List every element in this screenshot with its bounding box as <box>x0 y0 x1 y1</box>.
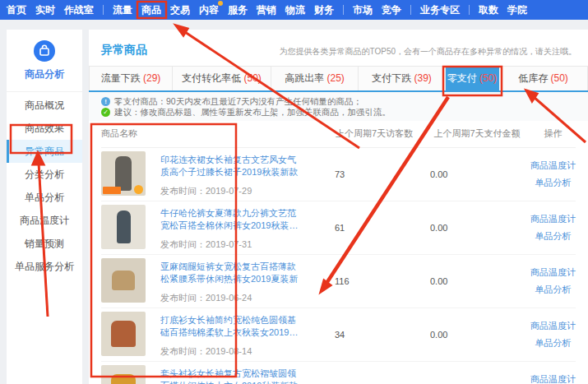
visitors-value: 116 <box>325 276 424 286</box>
action-link-商品温度计[interactable]: 商品温度计 <box>530 373 576 384</box>
product-title-link[interactable]: 套头衬衫女长袖复古宽松褶皱圆领百搭休闲体恤上衣女2019秋装新款 <box>160 368 302 384</box>
pay-amount-value: 0.00 <box>424 276 530 286</box>
action-link-单品分析[interactable]: 单品分析 <box>535 230 572 243</box>
tip-line: ✓建议：修改商品标题、属性等重新发布上架，加强关联商品，加强引流。 <box>101 107 576 118</box>
action-link-单品分析[interactable]: 单品分析 <box>535 337 572 349</box>
top-nav: 首页实时作战室流量商品交易内容服务营销物流财务市场竞争业务专区取数学院 <box>0 0 588 20</box>
nav-item-取数[interactable]: 取数 <box>479 0 498 20</box>
table-header-row: 商品名称 上个周期7天访客数 上个周期7天支付金额 操作 <box>101 121 576 148</box>
sidebar-item-分类分析[interactable]: 分类分析 <box>7 163 82 186</box>
sidebar-item-单品分析[interactable]: 单品分析 <box>7 186 82 209</box>
garment-shape <box>111 374 136 384</box>
product-cell: 套头衬衫女长袖复古宽松褶皱圆领百搭休闲体恤上衣女2019秋装新款发布时间：201… <box>101 365 325 384</box>
actions-cell: 商品温度计单品分析 <box>530 160 576 189</box>
action-link-商品温度计[interactable]: 商品温度计 <box>530 320 576 332</box>
main-panel: 异常商品 为您提供各类异常商品的TOP50，会有一个商品存在多种异常的情况，请关… <box>89 30 588 384</box>
nav-item-业务专区[interactable]: 业务专区 <box>420 0 460 20</box>
sidebar-item-商品概况[interactable]: 商品概况 <box>7 94 82 117</box>
nav-item-服务[interactable]: 服务 <box>228 0 248 20</box>
col-header-product-name: 商品名称 <box>101 127 325 140</box>
table-row: 印花连衣裙女长袖复古文艺风女气质高个子过膝长裙子2019秋装新款发布时间：201… <box>101 148 576 201</box>
sidebar-item-单品服务分析[interactable]: 单品服务分析 <box>7 255 82 278</box>
nav-item-物流[interactable]: 物流 <box>285 0 305 20</box>
tab-label: 支付下跌 <box>372 72 414 84</box>
garment-shape <box>117 211 131 243</box>
product-image[interactable] <box>101 205 146 249</box>
action-link-商品温度计[interactable]: 商品温度计 <box>530 160 576 172</box>
publish-date: 发布时间：2019-08-14 <box>160 345 302 358</box>
check-icon: ✓ <box>101 108 110 117</box>
tab-count: (50) <box>479 72 497 84</box>
nav-item-作战室[interactable]: 作战室 <box>64 0 94 20</box>
pay-amount-value: 0.00 <box>424 223 530 233</box>
nav-item-首页[interactable]: 首页 <box>7 0 26 20</box>
nav-item-市场[interactable]: 市场 <box>353 0 373 20</box>
table-row: 亚麻阔腿短裤女宽松复古百搭薄款松紧腰系带休闲热裤女2019夏装新发布时间：201… <box>101 255 576 308</box>
sidebar-header: 商品分析 <box>7 30 82 92</box>
divider <box>7 91 82 92</box>
sidebar-item-商品温度计[interactable]: 商品温度计 <box>7 209 82 232</box>
tab-支付下跌[interactable]: 支付下跌 (39) <box>359 66 446 90</box>
tab-label: 低库存 <box>518 72 550 84</box>
sidebar-menu: 商品概况商品效果异常商品分类分析单品分析商品温度计销量预测单品服务分析 <box>7 94 82 278</box>
action-link-商品温度计[interactable]: 商品温度计 <box>530 266 576 279</box>
product-image[interactable] <box>101 258 146 303</box>
actions-cell: 商品温度计单品分析 <box>530 320 576 349</box>
actions-cell: 商品温度计单品分析 <box>530 213 576 243</box>
tab-低库存[interactable]: 低库存 (50) <box>499 66 588 90</box>
tab-零支付[interactable]: 零支付 (50) <box>446 66 499 90</box>
product-image[interactable] <box>101 365 146 384</box>
nav-item-交易[interactable]: 交易 <box>170 0 190 20</box>
product-title-link[interactable]: 打底衫女长袖简约宽松纯色圆领基础百搭纯棉柔软上衣秋装女2019新款 <box>160 314 302 339</box>
product-title-link[interactable]: 印花连衣裙女长袖复古文艺风女气质高个子过膝长裙子2019秋装新款 <box>160 154 302 178</box>
pay-amount-value: 0.00 <box>424 330 530 340</box>
nav-item-竞争[interactable]: 竞争 <box>382 0 401 20</box>
action-link-商品温度计[interactable]: 商品温度计 <box>530 213 576 225</box>
product-image[interactable] <box>101 151 146 196</box>
table-row: 牛仔哈伦裤女夏薄款九分裤文艺范宽松百搭全棉休闲裤女2019秋装新款发布时间：20… <box>101 201 576 255</box>
garment-shape <box>112 271 135 290</box>
garment-shape <box>111 321 136 347</box>
nav-item-学院[interactable]: 学院 <box>507 0 527 20</box>
pay-amount-value: 0.00 <box>424 169 530 179</box>
table-row: 套头衬衫女长袖复古宽松褶皱圆领百搭休闲体恤上衣女2019秋装新款发布时间：201… <box>101 362 576 384</box>
col-header-actions: 操作 <box>530 127 576 140</box>
tab-流量下跌[interactable]: 流量下跌 (29) <box>89 66 173 90</box>
tab-count: (25) <box>327 72 345 84</box>
product-cell: 牛仔哈伦裤女夏薄款九分裤文艺范宽松百搭全棉休闲裤女2019秋装新款发布时间：20… <box>101 205 325 251</box>
nav-item-流量[interactable]: 流量 <box>113 0 132 20</box>
nav-item-财务[interactable]: 财务 <box>314 0 334 20</box>
product-title-link[interactable]: 牛仔哈伦裤女夏薄款九分裤文艺范宽松百搭全棉休闲裤女2019秋装新款 <box>160 207 302 232</box>
nav-item-实时[interactable]: 实时 <box>35 0 55 20</box>
product-table: 商品名称 上个周期7天访客数 上个周期7天支付金额 操作 印花连衣裙女长袖复古文… <box>89 121 588 384</box>
product-cell: 印花连衣裙女长袖复古文艺风女气质高个子过膝长裙子2019秋装新款发布时间：201… <box>101 151 325 197</box>
product-title-link[interactable]: 亚麻阔腿短裤女宽松复古百搭薄款松紧腰系带休闲热裤女2019夏装新 <box>160 261 302 285</box>
visitors-value: 73 <box>325 169 424 179</box>
sidebar-item-异常商品[interactable]: 异常商品 <box>7 140 82 163</box>
sidebar-title: 商品分析 <box>7 67 82 81</box>
tip-text: 建议：修改商品标题、属性等重新发布上架，加强关联商品，加强引流。 <box>114 107 391 118</box>
product-info: 印花连衣裙女长袖复古文艺风女气质高个子过膝长裙子2019秋装新款发布时间：201… <box>160 151 302 197</box>
sidebar-item-商品效果[interactable]: 商品效果 <box>7 117 82 140</box>
nav-item-商品[interactable]: 商品 <box>141 0 161 20</box>
app-window: 首页实时作战室流量商品交易内容服务营销物流财务市场竞争业务专区取数学院 商品分析… <box>0 0 588 384</box>
tab-count: (50) <box>244 72 262 84</box>
tab-count: (29) <box>143 72 160 84</box>
garment-shape <box>115 156 132 191</box>
nav-item-营销[interactable]: 营销 <box>257 0 276 20</box>
product-image[interactable] <box>101 312 146 356</box>
action-link-单品分析[interactable]: 单品分析 <box>535 284 572 296</box>
tip-text: 零支付商品：90天内发布且最近7天内没有产生任何销量的商品； <box>114 96 362 107</box>
product-cell: 亚麻阔腿短裤女宽松复古百搭薄款松紧腰系带休闲热裤女2019夏装新发布时间：201… <box>101 258 325 304</box>
tab-count: (39) <box>414 72 432 84</box>
tab-高跳出率[interactable]: 高跳出率 (25) <box>271 66 359 90</box>
table-body: 印花连衣裙女长袖复古文艺风女气质高个子过膝长裙子2019秋装新款发布时间：201… <box>101 148 576 384</box>
nav-item-内容[interactable]: 内容 <box>199 0 219 20</box>
product-cell: 打底衫女长袖简约宽松纯色圆领基础百搭纯棉柔软上衣秋装女2019新款发布时间：20… <box>101 312 325 358</box>
tab-支付转化率低[interactable]: 支付转化率低 (50) <box>173 66 271 90</box>
action-link-单品分析[interactable]: 单品分析 <box>535 177 572 189</box>
table-row: 打底衫女长袖简约宽松纯色圆领基础百搭纯棉柔软上衣秋装女2019新款发布时间：20… <box>101 308 576 362</box>
tip-line: !零支付商品：90天内发布且最近7天内没有产生任何销量的商品； <box>101 96 576 107</box>
nav-divider <box>410 5 411 15</box>
sidebar-item-销量预测[interactable]: 销量预测 <box>7 232 82 255</box>
